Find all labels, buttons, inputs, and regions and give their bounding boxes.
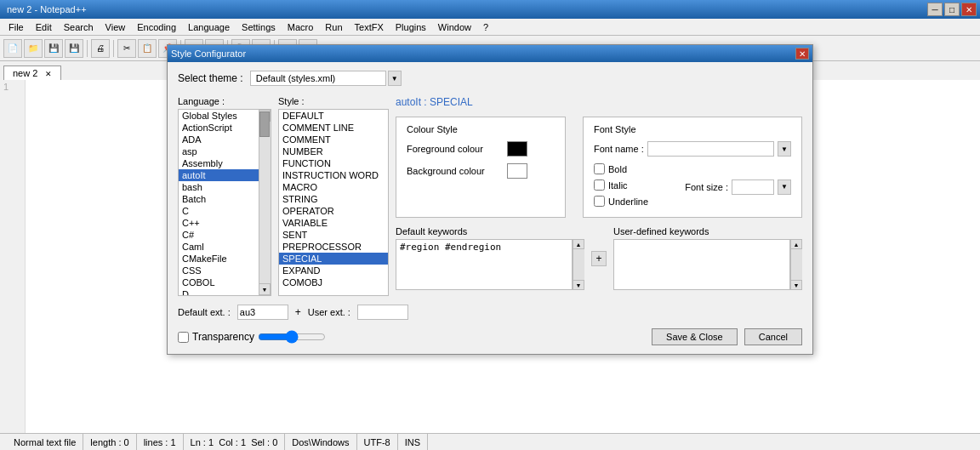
copy-button[interactable]: 📋 — [138, 39, 157, 58]
list-item[interactable]: COMOBJ — [279, 276, 388, 288]
default-keywords-scrollbar[interactable]: ▲ ▼ — [573, 239, 584, 290]
user-ext-input[interactable] — [357, 305, 408, 320]
cancel-button[interactable]: Cancel — [744, 328, 802, 345]
list-item[interactable]: C++ — [179, 217, 271, 229]
list-item-special[interactable]: SPECIAL — [279, 253, 388, 265]
default-keywords-textarea[interactable]: #region #endregion — [396, 239, 573, 290]
list-item[interactable]: SENT — [279, 229, 388, 241]
list-item[interactable]: Batch — [179, 193, 271, 205]
font-size-arrow[interactable]: ▼ — [778, 179, 791, 195]
theme-select: Default (styles.xml) ▼ — [250, 71, 402, 86]
bold-checkbox[interactable] — [594, 163, 605, 174]
list-item[interactable]: NUMBER — [279, 145, 388, 157]
menu-view[interactable]: View — [100, 20, 131, 34]
theme-select-arrow[interactable]: ▼ — [388, 71, 402, 86]
ext-plus-icon[interactable]: + — [295, 306, 301, 318]
keywords-scroll-up[interactable]: ▲ — [573, 239, 584, 249]
list-item[interactable]: CMakeFile — [179, 253, 271, 265]
menu-language[interactable]: Language — [183, 20, 235, 34]
menu-window[interactable]: Window — [433, 20, 476, 34]
menu-plugins[interactable]: Plugins — [390, 20, 431, 34]
list-item[interactable]: COMMENT LINE — [279, 122, 388, 134]
list-item[interactable]: STRING — [279, 193, 388, 205]
language-list[interactable]: Global Styles ActionScript ADA asp Assem… — [178, 109, 271, 296]
list-item[interactable]: MACRO — [279, 181, 388, 193]
list-item[interactable]: D — [179, 288, 271, 296]
scrollbar-thumb[interactable] — [259, 111, 270, 137]
save-button[interactable]: 💾 — [44, 39, 63, 58]
menu-file[interactable]: File — [3, 20, 29, 34]
status-encoding: UTF-8 — [357, 434, 398, 450]
tab-new2[interactable]: new 2 ✕ — [3, 66, 61, 80]
font-size-input[interactable] — [732, 179, 774, 195]
close-button[interactable]: ✕ — [961, 3, 977, 16]
default-ext-input[interactable] — [237, 305, 288, 320]
cut-button[interactable]: ✂ — [117, 39, 136, 58]
list-item[interactable]: FUNCTION — [279, 157, 388, 169]
list-item[interactable]: COBOL — [179, 276, 271, 288]
maximize-button[interactable]: □ — [944, 3, 960, 16]
open-button[interactable]: 📁 — [24, 39, 43, 58]
tab-close-icon[interactable]: ✕ — [45, 70, 52, 78]
keywords-scroll-up2[interactable]: ▲ — [790, 239, 802, 249]
save-close-button[interactable]: Save & Close — [652, 328, 738, 345]
underline-checkbox[interactable] — [594, 196, 605, 207]
user-keywords-textarea[interactable] — [613, 239, 790, 290]
bg-colour-swatch[interactable] — [507, 163, 527, 179]
theme-select-box[interactable]: Default (styles.xml) — [250, 71, 386, 86]
list-item[interactable]: Global Styles — [179, 110, 271, 122]
menu-search[interactable]: Search — [59, 20, 99, 34]
menu-run[interactable]: Run — [320, 20, 347, 34]
print-button[interactable]: 🖨 — [91, 39, 110, 58]
font-name-input[interactable] — [647, 141, 774, 157]
new-button[interactable]: 📄 — [3, 39, 22, 58]
list-item[interactable]: INSTRUCTION WORD — [279, 169, 388, 181]
menu-edit[interactable]: Edit — [31, 20, 57, 34]
list-item-autoit[interactable]: autoIt — [179, 169, 271, 181]
menu-macro[interactable]: Macro — [282, 20, 319, 34]
list-item[interactable]: ActionScript — [179, 122, 271, 134]
font-name-row: Font name : ▼ — [594, 141, 791, 157]
transparency-slider[interactable] — [258, 330, 326, 344]
keywords-scroll-down[interactable]: ▼ — [573, 280, 584, 290]
list-item[interactable]: DEFAULT — [279, 110, 388, 122]
list-item[interactable]: bash — [179, 181, 271, 193]
underline-checkbox-row: Underline — [594, 196, 648, 207]
keywords-scroll-down2[interactable]: ▼ — [790, 280, 802, 290]
list-item[interactable]: Assembly — [179, 157, 271, 169]
user-keywords-scrollbar[interactable]: ▲ ▼ — [790, 239, 802, 290]
minimize-button[interactable]: ─ — [927, 3, 943, 16]
list-item[interactable]: ADA — [179, 134, 271, 145]
status-lines: lines : 1 — [137, 434, 184, 450]
list-item[interactable]: asp — [179, 145, 271, 157]
list-item[interactable]: PREPROCESSOR — [279, 241, 388, 253]
list-item[interactable]: CSS — [179, 265, 271, 276]
language-list-scrollbar[interactable]: ▲ ▼ — [259, 110, 271, 295]
menu-textfx[interactable]: TextFX — [350, 20, 389, 34]
add-keywords-button[interactable]: + — [591, 251, 607, 266]
list-item[interactable]: COMMENT — [279, 134, 388, 145]
list-item[interactable]: C# — [179, 229, 271, 241]
italic-checkbox-row: Italic — [594, 179, 648, 191]
colour-style-title: Colour Style — [407, 124, 555, 134]
menu-settings[interactable]: Settings — [236, 20, 281, 34]
user-ext-label: User ext. : — [308, 307, 350, 317]
list-item[interactable]: VARIABLE — [279, 217, 388, 229]
list-item[interactable]: Caml — [179, 241, 271, 253]
user-keywords-wrap: ▲ ▼ — [613, 239, 802, 290]
italic-checkbox[interactable] — [594, 179, 605, 191]
right-panel: autoIt : SPECIAL Colour Style Foreground… — [396, 96, 802, 296]
style-list[interactable]: DEFAULT COMMENT LINE COMMENT NUMBER FUNC… — [278, 109, 389, 296]
scroll-down-icon[interactable]: ▼ — [259, 283, 271, 295]
transparency-checkbox[interactable] — [178, 332, 189, 343]
font-name-arrow[interactable]: ▼ — [778, 141, 791, 157]
dialog-close-button[interactable]: ✕ — [795, 48, 809, 60]
style-name: autoIt : SPECIAL — [396, 96, 802, 108]
list-item[interactable]: EXPAND — [279, 265, 388, 276]
menu-help[interactable]: ? — [478, 20, 493, 34]
fg-colour-swatch[interactable] — [507, 141, 527, 157]
list-item[interactable]: OPERATOR — [279, 205, 388, 217]
menu-encoding[interactable]: Encoding — [132, 20, 181, 34]
save-all-button[interactable]: 💾 — [65, 39, 83, 58]
list-item[interactable]: C — [179, 205, 271, 217]
